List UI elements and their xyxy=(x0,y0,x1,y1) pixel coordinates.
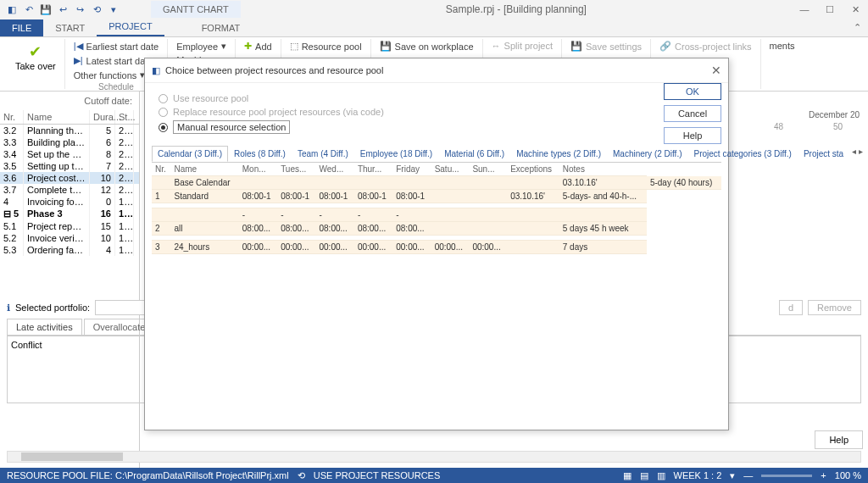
col-header[interactable]: Thur... xyxy=(354,163,392,176)
resource-tab[interactable]: Project categories (3 Diff.) xyxy=(688,146,798,162)
modal-backdrop: ◧ Choice between project resources and r… xyxy=(0,0,868,483)
dialog-help-button[interactable]: Help xyxy=(664,127,721,144)
calendar-row[interactable]: ----- xyxy=(152,208,721,222)
resource-tab[interactable]: Machine types (2 Diff.) xyxy=(510,146,607,162)
calendar-row[interactable]: Base Calendar03.10.16'5-day (40 hours) xyxy=(152,176,721,190)
resource-tab[interactable]: Team (4 Diff.) xyxy=(292,146,354,162)
option-replace-via-code: Replace resource pool project resources … xyxy=(159,107,721,117)
resource-tab[interactable]: Employee (18 Diff.) xyxy=(354,146,438,162)
calendar-row[interactable]: 2all08:00...08:00...08:00...08:00...08:0… xyxy=(152,222,721,236)
resource-tab[interactable]: Machinery (2 Diff.) xyxy=(607,146,688,162)
col-header[interactable]: Friday xyxy=(392,163,431,176)
col-header[interactable]: Exceptions xyxy=(507,163,559,176)
resource-tabs: Calendar (3 Diff.)Roles (8 Diff.)Team (4… xyxy=(152,146,721,163)
option-use-resource-pool: Use resource pool xyxy=(159,93,721,103)
dialog-close-icon[interactable]: ✕ xyxy=(711,64,721,77)
resource-tab[interactable]: Roles (8 Diff.) xyxy=(228,146,292,162)
resource-choice-dialog: ◧ Choice between project resources and r… xyxy=(144,58,729,430)
calendar-row[interactable]: 1Standard08:00-108:00-108:00-108:00-108:… xyxy=(152,190,721,203)
cancel-button[interactable]: Cancel xyxy=(664,105,721,122)
col-header[interactable]: Mon... xyxy=(239,163,277,176)
calendar-row[interactable]: 324_hours00:00...00:00...00:00...00:00..… xyxy=(152,241,721,254)
option-manual-selection[interactable]: Manual resource selection xyxy=(159,120,721,134)
tab-scroll[interactable]: ◂ ▸ xyxy=(849,146,865,162)
resource-tab[interactable]: Project sta xyxy=(798,146,849,162)
ok-button[interactable]: OK xyxy=(664,83,721,100)
col-header[interactable]: Notes xyxy=(559,163,647,176)
col-header[interactable]: Sun... xyxy=(469,163,507,176)
dialog-icon: ◧ xyxy=(152,65,160,76)
dialog-title: Choice between project resources and res… xyxy=(165,65,711,75)
resource-tab[interactable]: Material (6 Diff.) xyxy=(438,146,510,162)
resource-tab[interactable]: Calendar (3 Diff.) xyxy=(152,146,228,162)
calendar-table: Nr.NameMon...Tues...Wed...Thur...FridayS… xyxy=(152,163,721,254)
col-header[interactable]: Name xyxy=(170,163,238,176)
col-header[interactable]: Tues... xyxy=(277,163,315,176)
col-header[interactable]: Nr. xyxy=(152,163,170,176)
col-header[interactable]: Satu... xyxy=(431,163,470,176)
col-header[interactable]: Wed... xyxy=(316,163,354,176)
